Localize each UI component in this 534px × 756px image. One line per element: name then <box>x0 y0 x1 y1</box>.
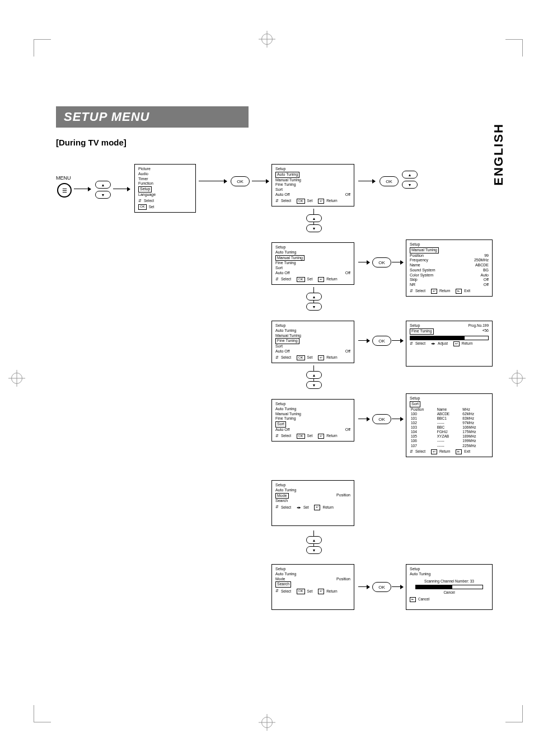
main-menu-panel: Picture Audio Timer Function Setup Langu… <box>134 164 196 213</box>
down-button-icon: ▼ <box>95 191 111 199</box>
row-value: Auto <box>481 273 489 278</box>
panel-title: Setup <box>275 167 350 172</box>
set-label: Set <box>149 205 154 209</box>
menu-item: Manual Tuning <box>275 334 350 339</box>
row-value: 250MHz <box>474 258 489 263</box>
panel-title: Setup <box>410 567 489 572</box>
up-button-icon: ▲ <box>306 536 322 544</box>
menu-item: Sort <box>275 344 350 349</box>
return-label: Return <box>326 434 338 438</box>
select-label: Select <box>415 289 425 293</box>
menu-item: Fine Tuning <box>275 416 350 421</box>
panel-title: Setup <box>275 483 350 488</box>
menu-item: Fine Tuning <box>275 261 350 266</box>
set-label: Set <box>307 434 313 438</box>
row-label: Sound System <box>410 268 435 273</box>
menu-item: Auto Tuning <box>275 250 350 255</box>
return-label: Return <box>326 199 338 203</box>
menu-item: Auto Tuning <box>275 328 350 334</box>
setup-panel-auto: Setup Auto Tuning Manual Tuning Fine Tun… <box>271 164 354 206</box>
ok-key-icon: OK <box>297 589 305 594</box>
menu-item: Timer <box>138 177 192 182</box>
prog-number: Prog.No.199 <box>469 323 489 328</box>
row-value: ABCDE <box>475 263 489 268</box>
panel-subtitle: Auto Tuning <box>410 572 489 577</box>
row-value: BG <box>483 268 489 273</box>
select-label: Select <box>281 355 291 360</box>
auto-tuning-search-panel: Setup Auto Tuning ModePosition Search ⇵S… <box>271 564 354 610</box>
ok-button-icon: OK <box>231 176 250 186</box>
panel-title: Setup <box>275 245 350 250</box>
menu-item: Function <box>138 181 192 186</box>
panel-title: Setup <box>410 323 420 328</box>
page-subheading: [During TV mode] <box>56 138 500 147</box>
menu-item: Auto Off <box>275 349 290 354</box>
set-label: Set <box>307 277 313 281</box>
table-row: 101BBC183MHz <box>410 416 489 421</box>
row-value: 99 <box>484 253 489 259</box>
set-label: Set <box>307 355 313 360</box>
ok-button-icon: OK <box>372 336 391 346</box>
panel-title: Setup <box>275 323 350 328</box>
table-row: 103BBC106MHz <box>410 425 489 430</box>
ok-button-icon: OK <box>380 176 399 186</box>
panel-title: Setup <box>410 242 489 247</box>
table-row: 105XYZAB189MHz <box>410 434 489 439</box>
ok-key-icon: OK <box>297 199 305 204</box>
set-label: Set <box>307 589 313 594</box>
setup-panel-fine: Setup Auto Tuning Manual Tuning Fine Tun… <box>271 321 354 363</box>
row-label: Color System <box>410 273 433 278</box>
setup-panel-manual: Setup Auto Tuning Manual Tuning Fine Tun… <box>271 242 354 285</box>
select-label: Select <box>281 199 291 203</box>
fine-tuning-panel: SetupProg.No.199 Fine Tuning+56 ⇵Select … <box>406 321 493 367</box>
select-label: Select <box>415 449 425 454</box>
up-button-icon: ▲ <box>306 293 322 300</box>
ok-key-icon: OK <box>297 355 305 361</box>
panel-subtitle: Sort <box>410 401 420 407</box>
menu-label: MENU <box>56 175 71 181</box>
panel-subtitle: Auto Tuning <box>275 572 350 577</box>
table-row: 100ABCDE62MHz <box>410 412 489 416</box>
menu-item: Manual Tuning <box>275 412 350 417</box>
up-button-icon: ▲ <box>306 371 322 379</box>
adjust-label: Adjust <box>438 341 448 346</box>
row-label: Frequency <box>410 258 428 263</box>
menu-item: Fine Tuning <box>275 182 350 187</box>
panel-title: Setup <box>275 402 350 407</box>
row-label: NR <box>410 283 415 288</box>
exit-label: Exit <box>464 289 470 293</box>
select-label: Select <box>415 341 425 346</box>
menu-item: Audio <box>138 172 192 177</box>
menu-value: Off <box>345 192 350 198</box>
row-label: Position <box>410 253 424 259</box>
scanning-message: Scanning Channel Number: 33 <box>410 579 489 584</box>
select-label: Select <box>281 434 291 438</box>
return-label: Return <box>326 589 338 594</box>
menu-item: Sort <box>275 266 350 271</box>
return-label: Return <box>462 341 473 346</box>
panel-subtitle: Manual Tuning <box>410 247 439 253</box>
down-button-icon: ▼ <box>306 381 322 389</box>
menu-value: Position <box>336 493 350 499</box>
menu-item-selected: Setup <box>138 186 152 192</box>
menu-item: Search <box>275 499 350 504</box>
cancel-label: Cancel <box>410 590 489 595</box>
setup-panel-sort: Setup Auto Tuning Manual Tuning Fine Tun… <box>271 399 354 442</box>
panel-subtitle: Auto Tuning <box>275 488 350 493</box>
ok-button-icon: OK <box>372 414 391 424</box>
down-button-icon: ▼ <box>306 224 322 232</box>
menu-value: Off <box>345 428 350 433</box>
menu-item: Language <box>138 192 192 198</box>
return-label: Return <box>326 355 338 360</box>
up-button-icon: ▲ <box>402 171 418 179</box>
table-row: 107------225MHz <box>410 444 489 448</box>
set-label: Set <box>307 199 313 203</box>
return-label: Return <box>439 449 451 454</box>
menu-item: Picture <box>138 167 192 172</box>
cancel-label: Cancel <box>418 597 429 602</box>
menu-item-selected: Fine Tuning <box>275 338 299 344</box>
up-button-icon: ▲ <box>95 181 111 189</box>
menu-button-icon: ☰ <box>57 183 72 198</box>
menu-item: Auto Off <box>275 192 290 198</box>
menu-value: Off <box>345 271 350 276</box>
